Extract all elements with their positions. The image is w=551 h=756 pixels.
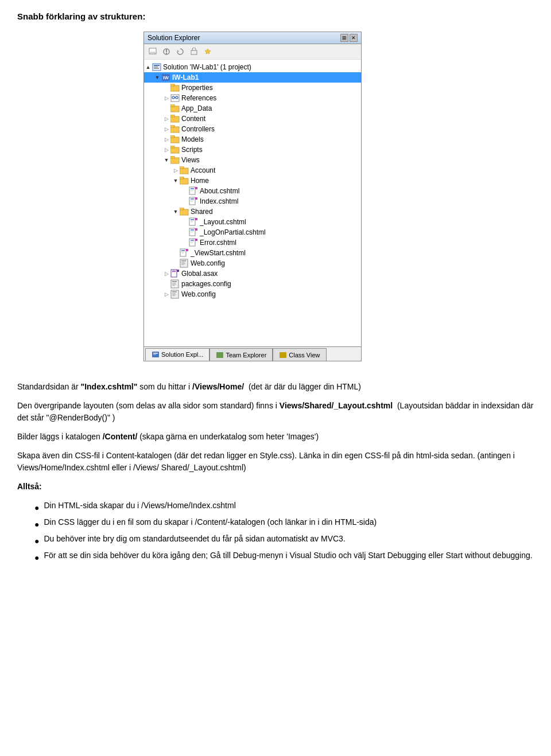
svg-rect-87 xyxy=(153,353,158,354)
layout-label: _Layout.cshtml xyxy=(200,218,246,226)
tab-team-label: Team Explorer xyxy=(226,352,266,358)
svg-rect-75 xyxy=(177,270,179,272)
svg-rect-59 xyxy=(191,241,194,242)
toolbar-btn-2[interactable] xyxy=(160,45,173,58)
tree-item-controllers[interactable]: ▷ Controllers xyxy=(144,124,361,134)
svg-rect-41 xyxy=(191,198,194,200)
tree-item-shared[interactable]: ▼ Shared xyxy=(144,206,361,217)
tree-item-properties[interactable]: Properties xyxy=(144,83,361,93)
svg-rect-4 xyxy=(166,53,167,54)
error-label: Error.cshtml xyxy=(200,239,236,247)
svg-rect-82 xyxy=(172,291,177,293)
svg-rect-44 xyxy=(195,197,197,200)
svg-rect-10 xyxy=(154,68,159,69)
shared-label: Shared xyxy=(191,208,213,216)
close-button[interactable]: ✕ xyxy=(350,34,358,42)
svg-rect-71 xyxy=(181,264,184,265)
webconfig-views-label: Web.config xyxy=(191,259,225,267)
svg-rect-51 xyxy=(195,218,197,220)
tree-item-webconfig-root[interactable]: ▷ Web.config xyxy=(144,289,361,299)
svg-rect-22 xyxy=(170,115,174,117)
svg-rect-38 xyxy=(191,191,193,192)
tree-item-home[interactable]: ▼ Home xyxy=(144,176,361,186)
paragraph-3: Bilder läggs i katalogen /Content/ (skap… xyxy=(17,431,534,443)
svg-rect-36 xyxy=(191,188,194,189)
svg-rect-66 xyxy=(186,249,188,251)
svg-rect-72 xyxy=(171,270,177,277)
bullet-item-1: ● Din HTML-sida skapar du i /Views/Home/… xyxy=(34,500,534,514)
svg-rect-73 xyxy=(172,271,176,272)
svg-rect-90 xyxy=(280,352,286,358)
about-label: About.cshtml xyxy=(200,187,239,195)
toolbar-btn-5[interactable] xyxy=(201,45,214,58)
alltsaa-label: Alltså: xyxy=(17,481,534,493)
window-controls: ⊞ ✕ xyxy=(340,34,358,42)
paragraph-4: Skapa även din CSS-fil i Content-katalog… xyxy=(17,450,534,474)
paragraph-1: Standardsidan är "Index.cshtml" som du h… xyxy=(17,381,534,393)
window-titlebar: Solution Explorer ⊞ ✕ xyxy=(144,32,361,44)
svg-rect-63 xyxy=(181,250,185,251)
svg-rect-55 xyxy=(191,232,193,233)
toolbar-btn-1[interactable] xyxy=(146,45,159,58)
tab-solution-explorer[interactable]: Solution Expl... xyxy=(145,348,209,361)
svg-rect-64 xyxy=(181,252,185,252)
tree-item-content[interactable]: ▷ Content xyxy=(144,114,361,124)
tree-item-error[interactable]: Error.cshtml xyxy=(144,237,361,248)
tree-item-account[interactable]: ▷ Account xyxy=(144,165,361,176)
tree-item-index[interactable]: Index.cshtml xyxy=(144,196,361,206)
home-label: Home xyxy=(191,177,209,185)
tab-class-view[interactable]: Class View xyxy=(273,348,326,361)
tree-item-webconfig-views[interactable]: Web.config xyxy=(144,258,361,268)
tab-team-explorer[interactable]: Team Explorer xyxy=(209,348,273,361)
tree-item-global[interactable]: ▷ Global.asax xyxy=(144,268,361,279)
svg-text:IW: IW xyxy=(163,75,169,80)
svg-rect-14 xyxy=(170,84,174,86)
tree-item-viewstart[interactable]: _ViewStart.cshtml xyxy=(144,248,361,258)
toolbar-btn-3[interactable] xyxy=(174,45,187,58)
svg-rect-48 xyxy=(191,219,194,220)
svg-rect-43 xyxy=(191,201,193,202)
project-label: IW-Lab1 xyxy=(172,73,199,81)
svg-rect-46 xyxy=(180,208,184,210)
svg-rect-3 xyxy=(166,49,167,52)
bullet-text-3: Du behöver inte bry dig om standardutsee… xyxy=(44,533,345,547)
svg-rect-28 xyxy=(170,146,174,148)
pin-button[interactable]: ⊞ xyxy=(340,34,348,42)
svg-rect-85 xyxy=(172,295,175,296)
tree-item-project[interactable]: ▼ IW IW-Lab1 xyxy=(144,72,361,83)
svg-rect-9 xyxy=(154,67,158,68)
controllers-label: Controllers xyxy=(181,125,215,133)
tree-item-models[interactable]: ▷ Models xyxy=(144,134,361,145)
bullet-dot-2: ● xyxy=(34,519,39,531)
body-content: Standardsidan är "Index.cshtml" som du h… xyxy=(17,381,534,564)
page-heading: Snabb förklaring av strukturen: xyxy=(17,11,534,21)
team-explorer-tab-icon xyxy=(216,351,224,359)
tree-item-packages[interactable]: packages.config xyxy=(144,279,361,289)
svg-rect-1 xyxy=(150,52,155,54)
svg-rect-89 xyxy=(216,352,223,358)
bullet-item-2: ● Din CSS lägger du i en fil som du skap… xyxy=(34,516,534,531)
tree-item-layout[interactable]: _Layout.cshtml xyxy=(144,217,361,227)
svg-rect-42 xyxy=(191,200,194,201)
window-tabs: Solution Expl... Team Explorer Class Vie… xyxy=(144,346,361,361)
tree-item-appdata[interactable]: App_Data xyxy=(144,103,361,114)
svg-marker-5 xyxy=(177,50,179,52)
class-view-tab-icon xyxy=(279,351,287,359)
tree-item-logon[interactable]: _LogOnPartial.cshtml xyxy=(144,227,361,237)
tree-item-views[interactable]: ▼ Views xyxy=(144,155,361,165)
svg-rect-24 xyxy=(170,125,174,127)
packages-label: packages.config xyxy=(181,280,231,288)
svg-rect-56 xyxy=(195,228,197,231)
tree-item-about[interactable]: About.cshtml xyxy=(144,186,361,196)
tree-item-scripts[interactable]: ▷ Scripts xyxy=(144,145,361,155)
svg-rect-70 xyxy=(181,263,185,264)
scripts-label: Scripts xyxy=(181,146,203,154)
webconfig-root-label: Web.config xyxy=(181,290,216,298)
tree-item-solution[interactable]: ▲ Solution 'IW-Lab1' (1 project) xyxy=(144,62,361,72)
svg-rect-69 xyxy=(181,262,185,263)
appdata-label: App_Data xyxy=(181,104,212,112)
viewstart-label: _ViewStart.cshtml xyxy=(191,249,246,257)
svg-rect-37 xyxy=(191,190,194,190)
toolbar-btn-4[interactable] xyxy=(188,45,200,58)
tree-item-references[interactable]: ▷ References xyxy=(144,93,361,103)
